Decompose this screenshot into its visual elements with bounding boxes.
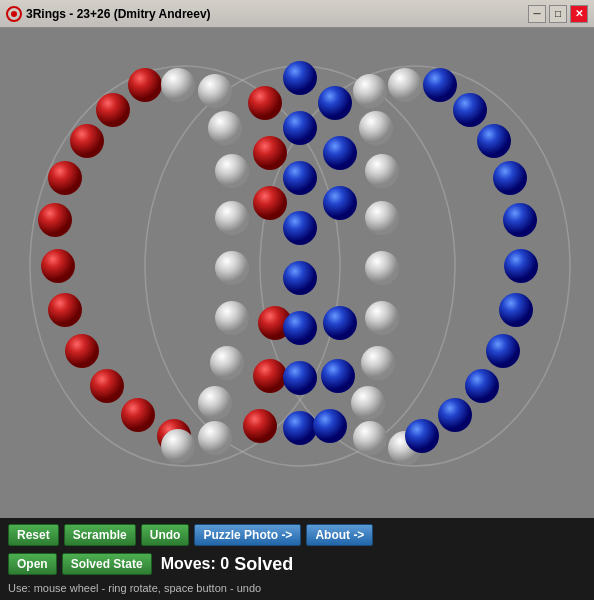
bottom-panel: Reset Scramble Undo Puzzle Photo -> Abou… bbox=[0, 518, 594, 600]
titlebar-left: 3Rings - 23+26 (Dmitry Andreev) bbox=[6, 6, 211, 22]
svg-point-14 bbox=[121, 398, 155, 432]
svg-point-53 bbox=[365, 201, 399, 235]
svg-point-44 bbox=[323, 306, 357, 340]
svg-point-52 bbox=[365, 154, 399, 188]
svg-point-54 bbox=[365, 251, 399, 285]
svg-point-28 bbox=[253, 136, 287, 170]
about-button[interactable]: About -> bbox=[306, 524, 373, 546]
solved-state-button[interactable]: Solved State bbox=[62, 553, 152, 575]
svg-point-6 bbox=[96, 93, 130, 127]
maximize-button[interactable]: □ bbox=[549, 5, 567, 23]
svg-point-10 bbox=[41, 249, 75, 283]
svg-point-11 bbox=[48, 293, 82, 327]
close-button[interactable]: ✕ bbox=[570, 5, 588, 23]
button-row-1: Reset Scramble Undo Puzzle Photo -> Abou… bbox=[8, 524, 586, 546]
svg-point-51 bbox=[359, 111, 393, 145]
app-icon bbox=[6, 6, 22, 22]
svg-point-63 bbox=[504, 249, 538, 283]
svg-point-23 bbox=[215, 251, 249, 285]
svg-point-20 bbox=[208, 111, 242, 145]
hint-text: Use: mouse wheel - ring rotate, space bu… bbox=[8, 582, 586, 596]
svg-point-9 bbox=[38, 203, 72, 237]
svg-point-13 bbox=[90, 369, 124, 403]
svg-point-57 bbox=[351, 386, 385, 420]
svg-point-17 bbox=[198, 74, 232, 108]
svg-point-61 bbox=[493, 161, 527, 195]
svg-point-41 bbox=[318, 86, 352, 120]
svg-point-19 bbox=[161, 429, 195, 463]
svg-point-46 bbox=[313, 409, 347, 443]
svg-point-42 bbox=[323, 136, 357, 170]
svg-point-58 bbox=[423, 68, 457, 102]
svg-point-67 bbox=[438, 398, 472, 432]
button-row-2: Open Solved State Moves: 0 Solved bbox=[8, 553, 586, 575]
game-area[interactable] bbox=[0, 28, 594, 518]
svg-point-7 bbox=[70, 124, 104, 158]
svg-point-60 bbox=[477, 124, 511, 158]
svg-point-39 bbox=[283, 361, 317, 395]
puzzle-photo-button[interactable]: Puzzle Photo -> bbox=[194, 524, 301, 546]
svg-point-38 bbox=[283, 311, 317, 345]
reset-button[interactable]: Reset bbox=[8, 524, 59, 546]
svg-point-45 bbox=[321, 359, 355, 393]
svg-point-25 bbox=[210, 346, 244, 380]
svg-point-33 bbox=[283, 61, 317, 95]
moves-counter: Moves: 0 bbox=[161, 555, 229, 573]
svg-point-18 bbox=[198, 421, 232, 455]
titlebar: 3Rings - 23+26 (Dmitry Andreev) ─ □ ✕ bbox=[0, 0, 594, 28]
window-title: 3Rings - 23+26 (Dmitry Andreev) bbox=[26, 7, 211, 21]
scramble-button[interactable]: Scramble bbox=[64, 524, 136, 546]
svg-point-34 bbox=[283, 111, 317, 145]
minimize-button[interactable]: ─ bbox=[528, 5, 546, 23]
svg-point-49 bbox=[353, 421, 387, 455]
svg-point-43 bbox=[323, 186, 357, 220]
svg-point-55 bbox=[365, 301, 399, 335]
svg-point-65 bbox=[486, 334, 520, 368]
rings-canvas bbox=[0, 28, 594, 518]
svg-point-24 bbox=[215, 301, 249, 335]
svg-point-32 bbox=[243, 409, 277, 443]
svg-point-8 bbox=[48, 161, 82, 195]
svg-point-22 bbox=[215, 201, 249, 235]
open-button[interactable]: Open bbox=[8, 553, 57, 575]
svg-point-35 bbox=[283, 161, 317, 195]
svg-point-59 bbox=[453, 93, 487, 127]
svg-point-27 bbox=[248, 86, 282, 120]
solved-label: Solved bbox=[234, 554, 293, 575]
svg-point-40 bbox=[283, 411, 317, 445]
svg-point-1 bbox=[11, 11, 17, 17]
undo-button[interactable]: Undo bbox=[141, 524, 190, 546]
svg-point-31 bbox=[253, 359, 287, 393]
svg-point-48 bbox=[388, 68, 422, 102]
svg-point-37 bbox=[283, 261, 317, 295]
svg-point-36 bbox=[283, 211, 317, 245]
svg-point-26 bbox=[198, 386, 232, 420]
svg-point-47 bbox=[353, 74, 387, 108]
svg-point-66 bbox=[465, 369, 499, 403]
svg-point-12 bbox=[65, 334, 99, 368]
window-controls: ─ □ ✕ bbox=[528, 5, 588, 23]
svg-point-62 bbox=[503, 203, 537, 237]
svg-point-5 bbox=[128, 68, 162, 102]
svg-point-29 bbox=[253, 186, 287, 220]
svg-point-21 bbox=[215, 154, 249, 188]
svg-point-68 bbox=[405, 419, 439, 453]
svg-point-56 bbox=[361, 346, 395, 380]
svg-point-64 bbox=[499, 293, 533, 327]
svg-point-16 bbox=[161, 68, 195, 102]
